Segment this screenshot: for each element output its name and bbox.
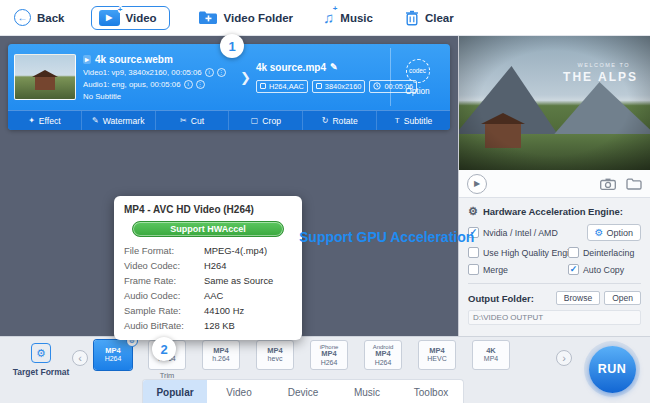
output-chips-row: H264,AAC 3840x2160 00:05:06 (256, 80, 390, 93)
resolution-chip-text: 3840x2160 (325, 82, 362, 91)
deinterlacing-checkbox[interactable]: Deinterlacing (568, 247, 634, 258)
resolution-chip-icon (316, 83, 322, 89)
scroll-right-button[interactable]: › (556, 350, 572, 366)
detail-label: File Format: (124, 245, 204, 256)
format-tile-mp4-h264[interactable]: MP4 h.264 (202, 340, 240, 370)
target-format-block: ⚙ Target Format (8, 343, 74, 377)
top-toolbar: ← Back ▶ + Video Video Folder ♫+ Music (0, 0, 650, 36)
crop-icon: ▢ (251, 116, 259, 125)
auto-copy-checkbox[interactable]: ✓ Auto Copy (568, 264, 624, 275)
format-tile-wrap: MP4 h.264 (202, 340, 240, 381)
subtitle-label: Subtitle (404, 116, 433, 126)
crop-label: Crop (262, 116, 281, 126)
detail-value: Same as Source (204, 275, 292, 286)
detail-value: 128 KB (204, 320, 292, 331)
checkbox-box (468, 247, 479, 258)
format-tile-mp4-h264-selected[interactable]: ⚙ MP4 H264 (94, 340, 132, 370)
effect-label: Effect (39, 116, 61, 126)
preview-actions (600, 178, 642, 190)
format-tile-wrap: MP4 HEVC (418, 340, 456, 381)
source-file-name: 4k source.webm (95, 54, 173, 65)
info-icon[interactable]: i (184, 80, 193, 89)
output-folder-label: Output Folder: (468, 293, 534, 304)
tab-toolbox[interactable]: Toolbox (399, 380, 463, 403)
hw-option-button[interactable]: ⚙ Option (587, 224, 642, 241)
bottom-bar: ⚙ Target Format ‹ ⚙ MP4 H264 MP4 h.264 (0, 336, 650, 403)
output-info-column: 4k source.mp4 ✎ H264,AAC 3840x2160 (256, 62, 390, 93)
play-button[interactable]: ▶ (467, 174, 487, 194)
edit-name-icon[interactable]: ✎ (330, 62, 338, 72)
info-icon[interactable]: i (205, 68, 214, 77)
format-tile-mp4-hevc[interactable]: MP4 HEVC (418, 340, 456, 370)
detail-value: 44100 Hz (204, 305, 292, 316)
audio-track-info: Audio1: eng, opus, 00:05:06 (83, 80, 181, 89)
rotate-label: Rotate (332, 116, 357, 126)
clip-icon: ▸ (83, 55, 91, 64)
clear-button[interactable]: Clear (405, 10, 454, 26)
merge-checkbox[interactable]: Merge (468, 264, 568, 275)
checkbox-box: ✓ (568, 264, 579, 275)
browse-button[interactable]: Browse (556, 291, 600, 305)
effect-icon: ✦ (28, 116, 35, 125)
rotate-icon: ↻ (322, 116, 329, 125)
thumbnail-barn-graphic (35, 77, 55, 90)
crop-button[interactable]: ▢ Crop (228, 111, 302, 130)
tab-video[interactable]: Video (207, 380, 271, 403)
preview-caption-small: WELCOME TO (578, 62, 630, 68)
edit-tool-strip: ✦ Effect ✎ Watermark ✂ Cut ▢ Crop ↻ Ro (8, 110, 450, 130)
watermark-button[interactable]: ✎ Watermark (81, 111, 155, 130)
source-info-column: ▸ 4k source.webm Video1: vp9, 3840x2160,… (83, 54, 235, 101)
rotate-button[interactable]: ↻ Rotate (302, 111, 376, 130)
open-button[interactable]: Open (604, 291, 641, 305)
format-tile-iphone-mp4-h264[interactable]: iPhone MP4 H264 (310, 340, 348, 370)
clear-label: Clear (425, 12, 454, 24)
format-tile-android-mp4-h264[interactable]: Android MP4 H264 (364, 340, 402, 370)
deinterlacing-label: Deinterlacing (583, 248, 634, 258)
detail-label: Frame Rate: (124, 275, 204, 286)
run-button-ring: RUN (584, 341, 640, 397)
clock-icon (373, 82, 381, 90)
tile-line2: HEVC (427, 355, 446, 363)
vendor-checkbox[interactable]: ✓ Nvidia / Intel / AMD (468, 227, 558, 238)
detail-value: MPEG-4(.mp4) (204, 245, 292, 256)
plus-icon: + (118, 6, 123, 13)
add-video-button[interactable]: ▶ + Video (91, 6, 170, 30)
video-track-row: Video1: vp9, 3840x2160, 00:05:06 i ⋮ (83, 68, 235, 77)
tile-line2: H264 (321, 359, 338, 367)
target-format-icon: ⚙ (31, 343, 51, 363)
output-path: D:\VIDEO OUTPUT (468, 310, 641, 325)
preview-image[interactable]: WELCOME TO THE ALPS (459, 36, 650, 170)
open-output-folder-button[interactable] (626, 178, 642, 190)
more-icon[interactable]: ⋮ (217, 68, 226, 77)
run-button[interactable]: RUN (589, 346, 636, 393)
tab-device[interactable]: Device (271, 380, 335, 403)
add-video-folder-button[interactable]: Video Folder (198, 10, 293, 25)
tab-popular[interactable]: Popular (143, 380, 207, 403)
format-tile-4k-mp4[interactable]: 4K MP4 (472, 340, 510, 370)
effect-button[interactable]: ✦ Effect (8, 111, 81, 130)
cut-button[interactable]: ✂ Cut (155, 111, 229, 130)
more-icon[interactable]: ⋮ (196, 80, 205, 89)
hw-engine-title: Hardware Acceleration Engine: (483, 206, 623, 217)
tab-music[interactable]: Music (335, 380, 399, 403)
vignette-overlay (459, 36, 650, 170)
codec-option-button[interactable]: codec Option (390, 48, 444, 106)
subtitle-button[interactable]: T Subtitle (376, 111, 450, 130)
subtitle-icon: T (395, 116, 400, 125)
play-glyph: ▶ (106, 13, 112, 22)
scroll-left-button[interactable]: ‹ (72, 350, 88, 366)
back-button[interactable]: ← Back (14, 9, 65, 26)
gpu-acceleration-note: Support GPU Acceleration (299, 229, 474, 245)
codec-chip: H264,AAC (256, 80, 308, 93)
add-music-button[interactable]: ♫+ Music (323, 9, 373, 26)
format-category-tabs: Popular Video Device Music Toolbox (142, 379, 464, 403)
preview-controls: ▶ (459, 170, 650, 198)
format-tile-mp4-hevc[interactable]: MP4 hevc (256, 340, 294, 370)
tile-line1: MP4 (375, 350, 390, 358)
auto-copy-label: Auto Copy (583, 265, 624, 275)
source-name-row: ▸ 4k source.webm (83, 54, 235, 65)
folder-plus-icon (198, 10, 218, 25)
high-quality-checkbox[interactable]: Use High Quality Engine (468, 247, 568, 258)
music-icon: ♫+ (323, 9, 334, 26)
snapshot-button[interactable] (600, 178, 616, 190)
